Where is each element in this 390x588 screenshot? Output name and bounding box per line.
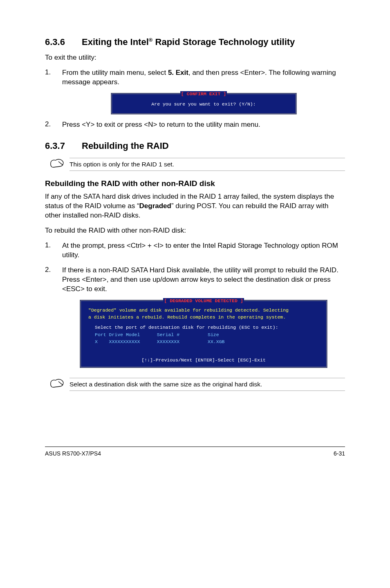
note-row-1: This option is only for the RAID 1 set. <box>45 157 345 173</box>
step-636-2: 2. Press <Y> to exit or press <N> to ret… <box>45 120 345 130</box>
para-637-2: To rebuild the RAID with other non-RAID … <box>45 226 345 236</box>
heading-636: 6.3.6Exiting the Intel® Rapid Storage Te… <box>45 37 345 47</box>
subheading-637: Rebuilding the RAID with other non-RAID … <box>45 179 345 188</box>
bios-confirm-exit: [ CONFIRM EXIT ] Are you sure you want t… <box>111 93 297 114</box>
step-637-2: 2. If there is a non-RAID SATA Hard Disk… <box>45 266 345 294</box>
footer-right: 6-31 <box>334 450 345 457</box>
step-636-1: 1. From the utility main menu, select 5.… <box>45 68 345 87</box>
step-num: 2. <box>45 120 62 130</box>
bios-l1: "Degraded" volume and disk available for… <box>88 307 319 314</box>
step-num: 1. <box>45 68 62 87</box>
note-body: This option is only for the RAID 1 set. <box>69 157 345 173</box>
heading-text: Rebuilding the RAID <box>82 141 169 151</box>
bios-header-row: Port Drive Model Serial # Size <box>95 331 319 338</box>
bios-data-row: X XXXXXXXXXXX XXXXXXXX XX.XGB <box>95 338 319 345</box>
heading-637: 6.3.7Rebuilding the RAID <box>45 141 345 151</box>
bios-footer: [↑↓]-Previous/Next [ENTER]-Select [ESC]-… <box>88 357 319 364</box>
intro-636: To exit the utility: <box>45 53 345 63</box>
step-text: Press <Y> to exit or press <N> to return… <box>62 120 345 130</box>
note-text: This option is only for the RAID 1 set. <box>69 161 345 168</box>
step-text: If there is a non-RAID SATA Hard Disk av… <box>62 266 345 294</box>
note-row-2: Select a destination disk with the same … <box>45 377 345 393</box>
note-hand-icon <box>45 157 69 168</box>
para-637-1: If any of the SATA hard disk drives incl… <box>45 192 345 220</box>
note-text: Select a destination disk with the same … <box>69 381 345 388</box>
heading-num: 6.3.7 <box>45 141 82 151</box>
bios-title: [ CONFIRM EXIT ] <box>112 90 296 98</box>
bios-degraded-volume: [ DEGRADED VOLUME DETECTED ] "Degraded" … <box>80 300 327 368</box>
note-hand-icon <box>45 377 69 388</box>
bios-l3: Select the port of destination disk for … <box>95 324 319 331</box>
bios-l2: a disk initiates a rebuild. Rebuild comp… <box>88 314 319 321</box>
bios-title: [ DEGRADED VOLUME DETECTED ] <box>81 297 326 304</box>
heading-sup: ® <box>149 37 153 43</box>
heading-text-a: Exiting the Intel <box>82 37 149 47</box>
step-637-1: 1. At the prompt, press <Ctrl> + <I> to … <box>45 241 345 260</box>
step-num: 1. <box>45 241 62 260</box>
bios-line: Are you sure you want to exit? (Y/N): <box>116 101 291 108</box>
step-text: At the prompt, press <Ctrl> + <I> to ent… <box>62 241 345 260</box>
heading-text-b: Rapid Storage Technology utility <box>152 37 295 47</box>
heading-num: 6.3.6 <box>45 37 82 47</box>
note-body: Select a destination disk with the same … <box>69 377 345 393</box>
footer-left: ASUS RS700-X7/PS4 <box>45 450 101 457</box>
page-footer: ASUS RS700-X7/PS4 6-31 <box>45 447 345 457</box>
step-num: 2. <box>45 266 62 294</box>
page: 6.3.6Exiting the Intel® Rapid Storage Te… <box>0 0 390 469</box>
step-text: From the utility main menu, select 5. Ex… <box>62 68 345 87</box>
